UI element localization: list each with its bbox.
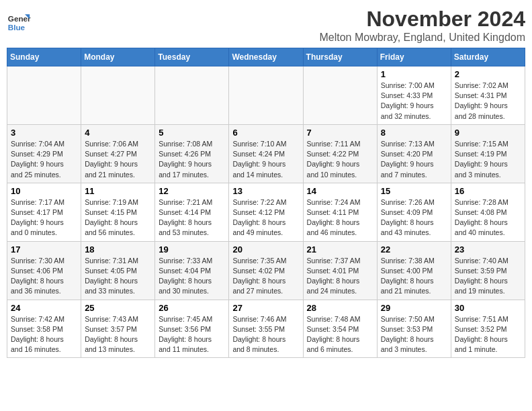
day-cell: 23Sunrise: 7:40 AM Sunset: 3:59 PM Dayli… — [451, 241, 525, 300]
weekday-header-wednesday: Wednesday — [229, 48, 303, 66]
day-info: Sunrise: 7:24 AM Sunset: 4:11 PM Dayligh… — [307, 197, 373, 238]
day-number: 30 — [455, 303, 521, 313]
day-info: Sunrise: 7:15 AM Sunset: 4:19 PM Dayligh… — [455, 139, 521, 180]
day-info: Sunrise: 7:48 AM Sunset: 3:54 PM Dayligh… — [307, 314, 373, 355]
day-info: Sunrise: 7:37 AM Sunset: 4:01 PM Dayligh… — [307, 256, 373, 297]
day-number: 16 — [455, 186, 521, 196]
day-cell: 20Sunrise: 7:35 AM Sunset: 4:02 PM Dayli… — [229, 241, 303, 300]
day-number: 18 — [85, 244, 151, 255]
day-number: 6 — [232, 128, 299, 138]
day-number: 5 — [159, 128, 225, 138]
weekday-header-tuesday: Tuesday — [155, 48, 229, 66]
day-cell: 27Sunrise: 7:46 AM Sunset: 3:55 PM Dayli… — [229, 300, 303, 358]
day-number: 25 — [85, 303, 151, 313]
day-cell: 9Sunrise: 7:15 AM Sunset: 4:19 PM Daylig… — [451, 124, 525, 183]
day-cell: 7Sunrise: 7:11 AM Sunset: 4:22 PM Daylig… — [303, 124, 377, 183]
weekday-header-saturday: Saturday — [451, 48, 525, 66]
day-info: Sunrise: 7:17 AM Sunset: 4:17 PM Dayligh… — [11, 197, 77, 238]
day-info: Sunrise: 7:40 AM Sunset: 3:59 PM Dayligh… — [455, 256, 521, 297]
day-info: Sunrise: 7:21 AM Sunset: 4:14 PM Dayligh… — [159, 197, 225, 238]
month-title: November 2024 — [319, 7, 525, 32]
day-info: Sunrise: 7:13 AM Sunset: 4:20 PM Dayligh… — [381, 139, 447, 180]
day-info: Sunrise: 7:45 AM Sunset: 3:56 PM Dayligh… — [159, 314, 225, 355]
day-number: 22 — [381, 244, 447, 255]
day-number: 12 — [159, 186, 225, 196]
weekday-header-sunday: Sunday — [7, 48, 81, 66]
location-title: Melton Mowbray, England, United Kingdom — [319, 32, 525, 44]
day-cell: 29Sunrise: 7:50 AM Sunset: 3:53 PM Dayli… — [377, 300, 451, 358]
day-number: 21 — [307, 244, 373, 255]
day-cell: 14Sunrise: 7:24 AM Sunset: 4:11 PM Dayli… — [303, 183, 377, 241]
day-info: Sunrise: 7:35 AM Sunset: 4:02 PM Dayligh… — [232, 256, 299, 297]
day-cell: 22Sunrise: 7:38 AM Sunset: 4:00 PM Dayli… — [377, 241, 451, 300]
week-row-3: 10Sunrise: 7:17 AM Sunset: 4:17 PM Dayli… — [7, 183, 525, 241]
day-number: 20 — [232, 244, 299, 255]
day-cell: 24Sunrise: 7:42 AM Sunset: 3:58 PM Dayli… — [7, 300, 81, 358]
day-info: Sunrise: 7:04 AM Sunset: 4:29 PM Dayligh… — [11, 139, 77, 180]
day-info: Sunrise: 7:06 AM Sunset: 4:27 PM Dayligh… — [85, 139, 151, 180]
day-info: Sunrise: 7:51 AM Sunset: 3:52 PM Dayligh… — [455, 314, 521, 355]
day-info: Sunrise: 7:00 AM Sunset: 4:33 PM Dayligh… — [381, 81, 447, 122]
day-number: 29 — [381, 303, 447, 313]
day-cell: 19Sunrise: 7:33 AM Sunset: 4:04 PM Dayli… — [155, 241, 229, 300]
weekday-header-monday: Monday — [81, 48, 155, 66]
day-cell — [81, 66, 155, 125]
day-cell: 2Sunrise: 7:02 AM Sunset: 4:31 PM Daylig… — [451, 66, 525, 125]
week-row-1: 1Sunrise: 7:00 AM Sunset: 4:33 PM Daylig… — [7, 66, 525, 125]
day-info: Sunrise: 7:50 AM Sunset: 3:53 PM Dayligh… — [381, 314, 447, 355]
day-info: Sunrise: 7:33 AM Sunset: 4:04 PM Dayligh… — [159, 256, 225, 297]
weekday-header-row: SundayMondayTuesdayWednesdayThursdayFrid… — [7, 48, 525, 66]
day-info: Sunrise: 7:42 AM Sunset: 3:58 PM Dayligh… — [11, 314, 77, 355]
day-cell: 4Sunrise: 7:06 AM Sunset: 4:27 PM Daylig… — [81, 124, 155, 183]
day-cell: 8Sunrise: 7:13 AM Sunset: 4:20 PM Daylig… — [377, 124, 451, 183]
calendar-table: SundayMondayTuesdayWednesdayThursdayFrid… — [7, 48, 525, 358]
day-cell: 30Sunrise: 7:51 AM Sunset: 3:52 PM Dayli… — [451, 300, 525, 358]
day-info: Sunrise: 7:46 AM Sunset: 3:55 PM Dayligh… — [232, 314, 299, 355]
day-cell: 11Sunrise: 7:19 AM Sunset: 4:15 PM Dayli… — [81, 183, 155, 241]
day-cell: 18Sunrise: 7:31 AM Sunset: 4:05 PM Dayli… — [81, 241, 155, 300]
day-number: 26 — [159, 303, 225, 313]
day-number: 10 — [11, 186, 77, 196]
day-info: Sunrise: 7:10 AM Sunset: 4:24 PM Dayligh… — [232, 139, 299, 180]
svg-text:Blue: Blue — [8, 23, 26, 32]
day-number: 1 — [381, 69, 447, 79]
logo: General Blue — [7, 9, 31, 34]
day-info: Sunrise: 7:02 AM Sunset: 4:31 PM Dayligh… — [455, 81, 521, 122]
day-info: Sunrise: 7:43 AM Sunset: 3:57 PM Dayligh… — [85, 314, 151, 355]
day-number: 13 — [232, 186, 299, 196]
day-info: Sunrise: 7:22 AM Sunset: 4:12 PM Dayligh… — [232, 197, 299, 238]
day-cell: 28Sunrise: 7:48 AM Sunset: 3:54 PM Dayli… — [303, 300, 377, 358]
header: General Blue November 2024 Melton Mowbra… — [7, 7, 525, 44]
day-number: 15 — [381, 186, 447, 196]
day-info: Sunrise: 7:31 AM Sunset: 4:05 PM Dayligh… — [85, 256, 151, 297]
day-info: Sunrise: 7:08 AM Sunset: 4:26 PM Dayligh… — [159, 139, 225, 180]
day-cell — [7, 66, 81, 125]
day-info: Sunrise: 7:26 AM Sunset: 4:09 PM Dayligh… — [381, 197, 447, 238]
title-area: November 2024 Melton Mowbray, England, U… — [319, 7, 525, 44]
week-row-2: 3Sunrise: 7:04 AM Sunset: 4:29 PM Daylig… — [7, 124, 525, 183]
day-info: Sunrise: 7:11 AM Sunset: 4:22 PM Dayligh… — [307, 139, 373, 180]
day-number: 4 — [85, 128, 151, 138]
day-number: 8 — [381, 128, 447, 138]
week-row-4: 17Sunrise: 7:30 AM Sunset: 4:06 PM Dayli… — [7, 241, 525, 300]
day-cell: 16Sunrise: 7:28 AM Sunset: 4:08 PM Dayli… — [451, 183, 525, 241]
day-cell — [155, 66, 229, 125]
day-cell: 17Sunrise: 7:30 AM Sunset: 4:06 PM Dayli… — [7, 241, 81, 300]
day-number: 3 — [11, 128, 77, 138]
day-number: 14 — [307, 186, 373, 196]
day-info: Sunrise: 7:19 AM Sunset: 4:15 PM Dayligh… — [85, 197, 151, 238]
day-number: 17 — [11, 244, 77, 255]
day-cell: 15Sunrise: 7:26 AM Sunset: 4:09 PM Dayli… — [377, 183, 451, 241]
day-info: Sunrise: 7:30 AM Sunset: 4:06 PM Dayligh… — [11, 256, 77, 297]
day-info: Sunrise: 7:28 AM Sunset: 4:08 PM Dayligh… — [455, 197, 521, 238]
day-number: 27 — [232, 303, 299, 313]
day-cell: 25Sunrise: 7:43 AM Sunset: 3:57 PM Dayli… — [81, 300, 155, 358]
weekday-header-friday: Friday — [377, 48, 451, 66]
day-cell: 12Sunrise: 7:21 AM Sunset: 4:14 PM Dayli… — [155, 183, 229, 241]
weekday-header-thursday: Thursday — [303, 48, 377, 66]
day-number: 19 — [159, 244, 225, 255]
day-number: 2 — [455, 69, 521, 79]
day-cell: 26Sunrise: 7:45 AM Sunset: 3:56 PM Dayli… — [155, 300, 229, 358]
day-cell: 1Sunrise: 7:00 AM Sunset: 4:33 PM Daylig… — [377, 66, 451, 125]
week-row-5: 24Sunrise: 7:42 AM Sunset: 3:58 PM Dayli… — [7, 300, 525, 358]
